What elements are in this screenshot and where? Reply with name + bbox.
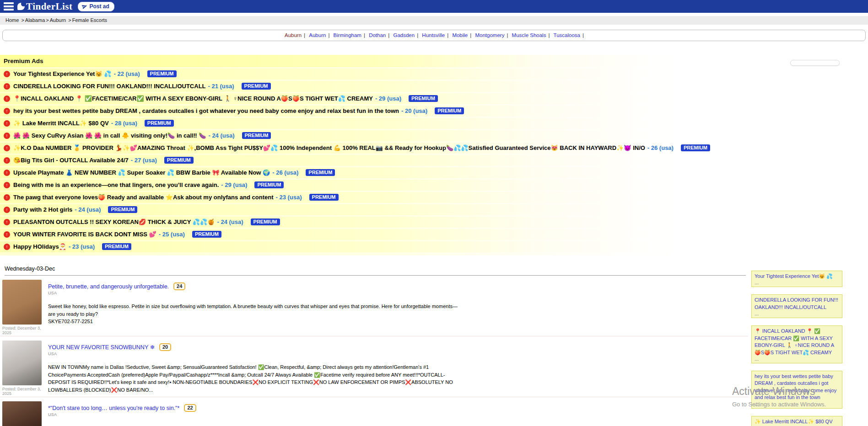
premium-badge[interactable]: PREMIUM bbox=[164, 157, 194, 164]
premium-ad-title[interactable]: The pawg that everyone loves🍑 Ready and … bbox=[13, 194, 273, 201]
listing-thumb-column: Posted: December 3, 2025 bbox=[2, 401, 43, 426]
premium-badge[interactable]: PREMIUM bbox=[435, 107, 464, 114]
sidebar-ad-box: CINDERELLA LOOKING FOR FUN!!! OAKLAND!!!… bbox=[751, 294, 842, 318]
breadcrumb-separator: > bbox=[46, 17, 49, 23]
premium-ad-title[interactable]: CINDERELLA LOOKING FOR FUN!!! OAKLAND!!!… bbox=[13, 83, 206, 90]
city-link-muscle-shoals[interactable]: Muscle Shoals bbox=[512, 32, 546, 38]
city-separator: | bbox=[548, 32, 550, 38]
listing-description: Asian allure with curves that speak loud… bbox=[48, 424, 462, 426]
premium-ad-title[interactable]: 😘Big Tits Girl - OUTCALL Available 24/7 bbox=[13, 157, 129, 164]
premium-badge[interactable]: PREMIUM bbox=[145, 120, 174, 127]
premium-ads-section: Premium Ads ↑ Your Tightest Experience Y… bbox=[0, 55, 868, 256]
premium-ads-heading: Premium Ads bbox=[0, 55, 868, 67]
premium-ad-row: ↑ Being with me is an experience—one tha… bbox=[0, 180, 868, 191]
premium-ad-title[interactable]: Your Tightest Experience Yet😼 💦 bbox=[13, 70, 112, 77]
posted-date: Posted: December 3, 2025 bbox=[2, 387, 43, 396]
premium-ad-meta: - 24 (usa) bbox=[75, 206, 101, 213]
city-link-montgomery[interactable]: Montgomery bbox=[475, 32, 504, 38]
city-link-auburn[interactable]: Auburn bbox=[309, 32, 326, 38]
premium-ad-title[interactable]: Party with 2 Hot girls bbox=[13, 206, 72, 213]
premium-badge[interactable]: PREMIUM bbox=[242, 132, 271, 139]
listing-body: YOUR NEW FAVORITE SNOWBUNNY ❄ 20 USA NEW… bbox=[48, 341, 462, 396]
sidebar-more: ... bbox=[755, 311, 839, 316]
up-arrow-icon: ↑ bbox=[4, 108, 10, 114]
premium-ad-row: ↑ The pawg that everyone loves🍑 Ready an… bbox=[0, 192, 868, 203]
age-badge: 24 bbox=[173, 282, 185, 290]
listing-photo[interactable] bbox=[2, 280, 42, 325]
premium-ad-title[interactable]: ✨K.O Daa NUMBER 🥇 PROVIDER 💃✨💕AMAZING Th… bbox=[13, 144, 645, 151]
city-link-dothan[interactable]: Dothan bbox=[369, 32, 386, 38]
premium-ad-title[interactable]: YOUR WINTER FAVORITE IS BACK DONT MISS 💕 bbox=[13, 231, 156, 238]
premium-ad-title[interactable]: 🌺 🌺 Sexy CuRvy Asian 🌺 🌺 in call 🐥 visit… bbox=[13, 132, 206, 139]
premium-badge[interactable]: PREMIUM bbox=[242, 83, 271, 90]
premium-ad-meta: - 28 (usa) bbox=[111, 120, 137, 127]
post-ad-button[interactable]: Post ad bbox=[78, 2, 114, 11]
city-link-gadsden[interactable]: Gadsden bbox=[393, 32, 415, 38]
premium-ad-meta: - 23 (usa) bbox=[69, 243, 95, 250]
premium-ad-meta: - 27 (usa) bbox=[131, 157, 157, 164]
listing-title-link[interactable]: Petite, brunette, and dangerously unforg… bbox=[48, 283, 169, 290]
premium-ad-title[interactable]: Upscale Playmate 👗 NEW NUMBER 💦 Super So… bbox=[13, 169, 270, 176]
premium-badge[interactable]: PREMIUM bbox=[192, 231, 221, 238]
premium-ad-title[interactable]: Being with me is an experience—one that … bbox=[13, 181, 219, 188]
premium-ad-title[interactable]: ✨ Lake Merritt INCALL✨ $80 QV bbox=[13, 120, 109, 127]
premium-badge[interactable]: PREMIUM bbox=[108, 206, 137, 213]
premium-badge[interactable]: PREMIUM bbox=[409, 95, 438, 102]
premium-badge[interactable]: PREMIUM bbox=[681, 144, 710, 151]
premium-badge[interactable]: PREMIUM bbox=[251, 218, 280, 225]
up-arrow-icon: ↑ bbox=[4, 145, 10, 151]
premium-badge[interactable]: PREMIUM bbox=[309, 194, 339, 201]
city-link-huntsville[interactable]: Huntsville bbox=[422, 32, 445, 38]
premium-ad-meta: - 22 (usa) bbox=[114, 70, 140, 77]
sidebar-ad-link[interactable]: 📍 INCALL OAKLAND 📍 ✅ FACETIME/CAR ✅ WITH… bbox=[755, 328, 839, 356]
up-arrow-icon: ↑ bbox=[4, 207, 10, 213]
listing-row: Posted: December 3, 2025 *"Don't stare t… bbox=[0, 397, 748, 426]
top-header-bar: TinderList Post ad bbox=[0, 0, 868, 13]
sidebar-ad-link[interactable]: hey its your best wettes petite baby DRE… bbox=[755, 373, 839, 401]
breadcrumb-state[interactable]: Alabama bbox=[25, 17, 45, 23]
post-ad-label: Post ad bbox=[89, 3, 109, 10]
premium-badge[interactable]: PREMIUM bbox=[254, 181, 284, 188]
sidebar-ad-link[interactable]: Your Tightest Experience Yet😼 💦 bbox=[755, 273, 839, 280]
city-separator: | bbox=[582, 32, 584, 38]
city-link-mobile[interactable]: Mobile bbox=[452, 32, 468, 38]
premium-ad-row: ↑ CINDERELLA LOOKING FOR FUN!!! OAKLAND!… bbox=[0, 81, 868, 92]
premium-ad-title[interactable]: 📍INCALL OAKLAND 📍 ✅FACETIME/CAR✅ WITH A … bbox=[13, 95, 373, 102]
brand-logo[interactable]: TinderList bbox=[17, 1, 72, 12]
breadcrumb-separator: > bbox=[68, 17, 71, 23]
breadcrumb-home[interactable]: Home bbox=[5, 17, 19, 23]
city-nav-bar: Auburn| Auburn| Birmingham| Dothan| Gads… bbox=[2, 30, 866, 41]
sidebar-ad-link[interactable]: CINDERELLA LOOKING FOR FUN!!! OAKLAND!!!… bbox=[755, 297, 839, 311]
premium-badge[interactable]: PREMIUM bbox=[306, 169, 335, 176]
sidebar-ad-link[interactable]: ✨ Lake Merritt INCALL✨ $80 QV bbox=[755, 418, 839, 425]
breadcrumb-separator: > bbox=[21, 17, 24, 23]
city-link-tuscaloosa[interactable]: Tuscaloosa bbox=[554, 32, 580, 38]
premium-badge[interactable]: PREMIUM bbox=[147, 70, 177, 77]
listing-body: *"Don't stare too long… unless you're re… bbox=[48, 401, 462, 426]
sidebar-more: ... bbox=[755, 401, 839, 407]
brand-name: TinderList bbox=[26, 1, 72, 12]
premium-badge[interactable]: PREMIUM bbox=[102, 243, 131, 250]
up-arrow-icon: ↑ bbox=[4, 157, 10, 164]
listing-row: Posted: December 3, 2025 Petite, brunett… bbox=[0, 276, 748, 336]
premium-ad-row: ↑ Party with 2 Hot girls - 24 (usa) PREM… bbox=[0, 204, 868, 215]
premium-ad-title[interactable]: hey its your best wettes petite baby DRE… bbox=[13, 107, 399, 114]
listing-photo[interactable] bbox=[2, 401, 42, 426]
city-current[interactable]: Auburn bbox=[285, 32, 302, 38]
city-link-birmingham[interactable]: Birmingham bbox=[334, 32, 361, 38]
breadcrumb-category[interactable]: Female Escorts bbox=[72, 17, 107, 23]
breadcrumb-city[interactable]: Auburn bbox=[50, 17, 66, 23]
listing-title-link[interactable]: YOUR NEW FAVORITE SNOWBUNNY ❄ bbox=[48, 344, 155, 351]
listing-photo[interactable] bbox=[2, 341, 42, 385]
city-separator: | bbox=[447, 32, 448, 38]
breadcrumb: Home >Alabama>Auburn >Female Escorts bbox=[0, 16, 868, 25]
menu-icon[interactable] bbox=[4, 2, 14, 11]
up-arrow-icon: ↑ bbox=[4, 96, 10, 102]
listing-title-link[interactable]: *"Don't stare too long… unless you're re… bbox=[48, 405, 179, 411]
premium-ad-title[interactable]: Happy HOlidays🎅 bbox=[13, 243, 66, 250]
listing-location: USA bbox=[48, 351, 462, 356]
premium-ad-meta: - 26 (usa) bbox=[272, 169, 298, 176]
up-arrow-icon: ↑ bbox=[4, 170, 10, 176]
city-separator: | bbox=[507, 32, 508, 38]
premium-ad-title[interactable]: PLEASANTON OUTCALLS !! SEXY KOREAN💋 THIC… bbox=[13, 218, 215, 225]
